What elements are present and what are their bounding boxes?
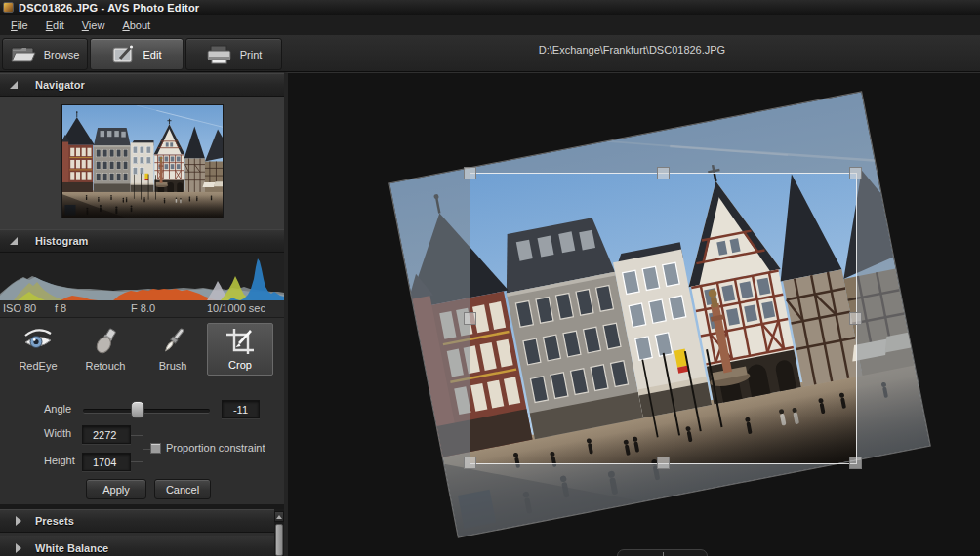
white-balance-title: White Balance	[35, 542, 108, 554]
edit-label: Edit	[143, 49, 162, 60]
crop-handle-middle-left[interactable]	[464, 312, 476, 325]
redeye-icon	[21, 323, 55, 360]
frankfurt-photo	[62, 105, 223, 218]
crop-handle-bottom-left[interactable]	[464, 457, 476, 469]
collapse-triangle-icon	[10, 237, 18, 245]
histogram-graph	[0, 253, 284, 300]
exif-shutter: 10/1000 sec	[207, 302, 265, 314]
retouch-label: Retouch	[86, 360, 126, 376]
tool-brush[interactable]: Brush	[140, 323, 206, 376]
sidebar-scrollbar[interactable]	[274, 509, 284, 556]
proportion-bracket-stub	[143, 449, 150, 450]
edit-pad-icon	[112, 45, 136, 64]
crop-handle-top-right[interactable]	[849, 167, 862, 179]
crop-selection-window[interactable]	[470, 174, 856, 463]
cancel-button[interactable]: Cancel	[154, 479, 211, 499]
avs-photo-editor-window: DSC01826.JPG - AVS Photo Editor File Edi…	[0, 0, 980, 556]
brush-label: Brush	[159, 360, 187, 376]
angle-slider-thumb[interactable]	[131, 401, 144, 418]
width-label: Width	[44, 427, 71, 439]
white-balance-panel-header[interactable]: White Balance	[0, 536, 274, 556]
navigator-thumbnail[interactable]	[61, 104, 224, 218]
crop-handle-bottom-right[interactable]	[849, 457, 862, 469]
angle-slider-track[interactable]	[83, 409, 210, 414]
crop-controls: Angle Width Proportion constraint Height…	[0, 380, 284, 504]
proportion-bracket	[131, 435, 143, 462]
redeye-label: RedEye	[19, 360, 57, 376]
histogram-panel-header[interactable]: Histogram	[0, 229, 284, 253]
edit-button[interactable]: Edit	[90, 38, 184, 70]
apply-button[interactable]: Apply	[86, 479, 146, 499]
titlebar: DSC01826.JPG - AVS Photo Editor	[0, 0, 980, 15]
proportion-constraint-label: Proportion constraint	[166, 442, 265, 454]
navigator-panel-header[interactable]: Navigator	[0, 73, 284, 97]
scrollbar-thumb[interactable]	[275, 524, 283, 556]
print-label: Print	[240, 49, 263, 60]
collapse-triangle-icon	[10, 81, 18, 89]
expand-triangle-icon	[16, 516, 21, 526]
height-label: Height	[44, 455, 75, 466]
printer-icon	[206, 45, 232, 64]
crop-handle-top-middle[interactable]	[657, 167, 670, 179]
crop-label: Crop	[228, 359, 252, 375]
retouch-icon	[89, 323, 122, 360]
menubar: File Edit View About	[0, 15, 980, 35]
editor-canvas	[284, 72, 980, 556]
scroll-up-button[interactable]	[274, 511, 284, 522]
brush-icon	[156, 323, 189, 360]
histogram-title: Histogram	[35, 235, 88, 247]
exif-info-row: ISO 80 f 8 F 8.0 10/1000 sec	[0, 300, 284, 318]
window-title: DSC01826.JPG - AVS Photo Editor	[19, 2, 199, 14]
menu-view[interactable]: View	[73, 17, 114, 34]
frankfurt-photo	[470, 174, 856, 463]
height-input[interactable]	[82, 453, 131, 471]
tools-row: RedEye Retouch	[0, 321, 284, 377]
crop-handle-top-left[interactable]	[464, 167, 476, 179]
browse-label: Browse	[44, 49, 80, 60]
presets-title: Presets	[35, 515, 74, 527]
menu-about[interactable]: About	[113, 17, 159, 34]
folder-icon	[11, 45, 36, 63]
tool-redeye[interactable]: RedEye	[5, 323, 71, 376]
angle-label: Angle	[44, 403, 71, 415]
tool-crop[interactable]: Crop	[207, 323, 273, 376]
crop-handle-middle-right[interactable]	[849, 312, 862, 325]
tool-retouch[interactable]: Retouch	[72, 323, 139, 376]
print-button[interactable]: Print	[185, 38, 282, 70]
exif-aperture: F 8.0	[131, 302, 155, 314]
expand-triangle-icon	[16, 543, 21, 553]
exif-iso: ISO 80	[3, 302, 36, 314]
crop-handle-bottom-middle[interactable]	[657, 457, 670, 469]
sidebar: Navigator	[0, 72, 284, 556]
angle-value-input[interactable]	[222, 400, 260, 418]
navigator-title: Navigator	[35, 79, 85, 91]
file-path-label: D:\Exchange\Frankfurt\DSC01826.JPG	[284, 44, 980, 56]
app-icon	[3, 2, 14, 13]
proportion-constraint-checkbox[interactable]	[150, 443, 161, 454]
browse-button[interactable]: Browse	[2, 38, 88, 70]
presets-panel-header[interactable]: Presets	[0, 509, 274, 533]
main-toolbar: Browse Edit Print D:\Exchange\Frankfurt\…	[0, 35, 980, 72]
photo-crop-view	[470, 174, 856, 463]
menu-file[interactable]: File	[2, 17, 37, 34]
crop-icon	[225, 324, 256, 359]
navigator-body	[0, 97, 284, 230]
exif-fnumber: f 8	[55, 302, 66, 314]
zoom-control-pill[interactable]	[617, 549, 708, 556]
width-input[interactable]	[82, 425, 131, 444]
menu-edit[interactable]: Edit	[37, 17, 73, 34]
